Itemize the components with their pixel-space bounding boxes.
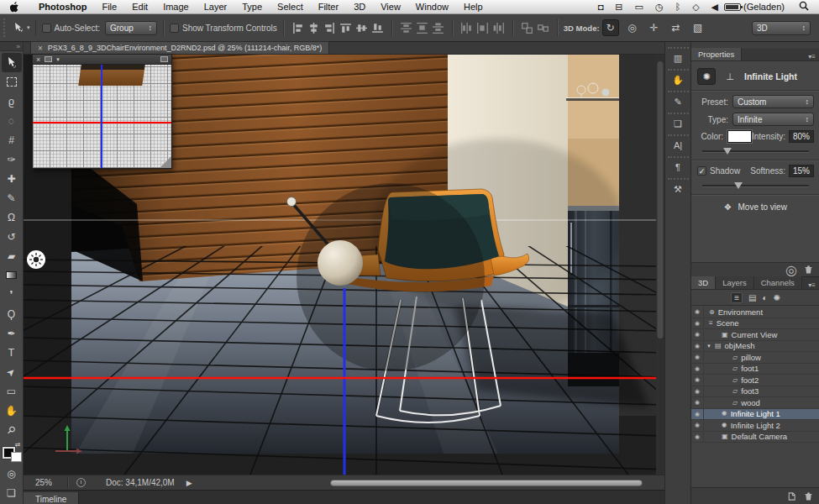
collapse-toolbar-icon[interactable]: » [0,42,23,51]
align-center-h-icon[interactable] [307,22,320,34]
volume-icon[interactable]: ◀ [711,2,718,13]
3d-slide-icon[interactable]: ⇄ [668,19,685,36]
visibility-eye-icon[interactable]: ◉ [691,397,704,408]
visibility-eye-icon[interactable]: ◉ [691,329,704,340]
history-brush-tool[interactable]: ↺ [2,227,22,246]
pen-tool[interactable]: ✒ [2,323,22,343]
tab-layers[interactable]: Layers [716,276,754,289]
resize-corner[interactable] [160,156,171,168]
menu-select[interactable]: Select [270,0,311,13]
screen-capture-icon[interactable]: ◘ [598,2,604,12]
screen-mode-icon[interactable]: ❏ [2,483,22,502]
menu-photoshop[interactable]: Photoshop [31,0,94,13]
3d-drag-icon[interactable]: ✛ [646,19,663,36]
menu-window[interactable]: Window [408,0,456,13]
eyedropper-tool[interactable]: ✑ [2,150,22,169]
align-right-icon[interactable] [323,22,336,34]
visibility-eye-icon[interactable]: ◉ [691,341,704,352]
preset-dropdown[interactable]: Custom↕ [732,95,814,108]
dock-icon-brush[interactable]: ✎ [668,91,689,111]
auto-select-checkbox[interactable] [42,24,51,33]
intensity-slider[interactable] [702,147,809,155]
quick-select-tool[interactable]: ◌ [2,111,22,130]
align-left-icon[interactable] [291,22,304,34]
auto-blend-icon[interactable] [537,22,549,34]
3d-item-scene[interactable]: ◉ ≡ Scene [691,318,819,330]
new-item-icon[interactable] [787,491,796,501]
auto-align-icon[interactable] [521,22,533,34]
battery-icon[interactable] [724,3,741,11]
color-swatches[interactable]: ⇄ [2,442,22,464]
gradient-tool[interactable] [2,265,22,285]
visibility-eye-icon[interactable]: ◉ [691,386,704,397]
menu-filter[interactable]: Filter [311,0,346,13]
panel-menu-icon[interactable]: ▾≡ [804,281,819,289]
3d-item-current-view[interactable]: ◉ ▣ Current View [691,329,819,341]
delete-icon[interactable] [804,265,813,275]
softness-field[interactable]: 15% [789,165,814,177]
intensity-field[interactable]: 80% [789,130,814,143]
visibility-eye-icon[interactable]: ◉ [691,420,704,431]
display-icon[interactable]: ▭ [635,2,643,13]
3d-item-pillow[interactable]: ◉ ▱ pillow [691,352,819,364]
dock-icon-paragraph[interactable]: ¶ [668,156,689,176]
menu-help[interactable]: Help [456,0,491,13]
light-handle-tip[interactable] [287,197,297,207]
panel-menu-icon[interactable]: ▾≡ [804,53,819,60]
dock-icon-measurement[interactable]: ⚒ [668,178,689,198]
move-tool[interactable] [2,53,22,72]
zoom-tool[interactable]: ⚲ [2,420,22,439]
expand-caret-icon[interactable]: ▼ [706,344,713,349]
status-flyout-icon[interactable]: ▶ [186,479,192,487]
eraser-tool[interactable]: ▰ [2,246,22,265]
3d-item-foot2[interactable]: ◉ ▱ foot2 [691,375,819,386]
3d-item-environment[interactable]: ◉ ⊕ Environment [691,307,819,318]
light-type-icon[interactable]: ✺ [697,68,716,85]
marquee-tool[interactable] [2,72,22,92]
type-tool[interactable]: T [2,343,22,362]
dock-icon-layer-comps[interactable]: ❏ [668,113,689,133]
show-transform-checkbox[interactable] [170,24,179,33]
tool-preset-picker[interactable]: ▾ [11,20,36,35]
filter-lights-icon[interactable]: ✺ [773,293,780,302]
3d-rotate-icon[interactable]: ↻ [602,19,619,36]
tab-3d[interactable]: 3D [691,276,716,289]
visibility-eye-icon[interactable]: ◉ [691,352,704,363]
light-color-swatch[interactable] [727,130,752,143]
distribute-left-icon[interactable] [460,22,473,34]
vertical-scrollbar-thumb[interactable] [658,61,664,339]
options-grip[interactable] [3,18,7,37]
zoom-level-field[interactable]: 25% [24,478,64,487]
3d-item-default-camera[interactable]: ◉ ▣ Default Camera [691,432,819,444]
3d-item-foot3[interactable]: ◉ ▱ foot3 [691,386,819,398]
secondary-view-top-grid[interactable] [33,65,171,168]
distribute-top-icon[interactable] [400,22,412,34]
document-size-info[interactable]: Doc: 34,1M/42,0M [106,478,175,487]
close-icon[interactable]: × [38,44,43,53]
softness-slider[interactable] [702,181,809,190]
delete-icon[interactable] [804,491,813,501]
visibility-eye-icon[interactable]: ◉ [691,432,704,443]
toggle-light-icon[interactable]: ◎ [785,262,797,278]
close-icon[interactable]: × [36,55,40,64]
visibility-eye-icon[interactable]: ◉ [691,364,704,375]
path-select-tool[interactable]: ➤ [2,362,22,381]
menu-3d[interactable]: 3D [346,0,373,13]
apple-menu-icon[interactable] [10,2,19,13]
hand-tool[interactable]: ✋ [2,401,22,420]
3d-item-objmesh[interactable]: ◉ ▼ ▤ objMesh [691,341,819,353]
menu-edit[interactable]: Edit [124,0,155,13]
spotlight-icon[interactable] [799,1,809,13]
wifi-icon[interactable]: ◇ [692,2,699,13]
background-color[interactable] [11,452,22,462]
dock-icon-tool-presets[interactable]: ▥ [668,47,689,67]
tab-channels[interactable]: Channels [754,276,802,289]
align-bottom-icon[interactable] [371,22,384,34]
menu-file[interactable]: File [94,0,124,13]
clone-stamp-tool[interactable]: Ω [2,207,22,227]
healing-brush-tool[interactable]: ✚ [2,169,22,188]
3d-roll-icon[interactable]: ◎ [624,19,641,36]
3d-item-infinite-light-2[interactable]: ◉ ✺ Infinite Light 2 [691,420,819,432]
lasso-tool[interactable]: ϱ [2,92,22,111]
workspace-dropdown[interactable]: 3D↕ [752,21,811,35]
